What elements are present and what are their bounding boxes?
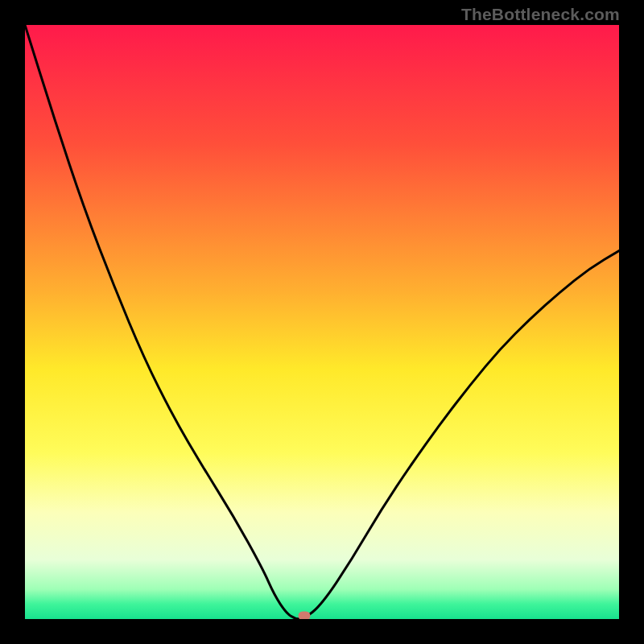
bottleneck-curve xyxy=(25,25,619,619)
watermark-text: TheBottleneck.com xyxy=(461,5,620,24)
minimum-marker xyxy=(298,612,310,619)
plot-area xyxy=(25,25,619,619)
curve-path xyxy=(25,25,619,619)
chart-frame: TheBottleneck.com xyxy=(0,0,644,644)
